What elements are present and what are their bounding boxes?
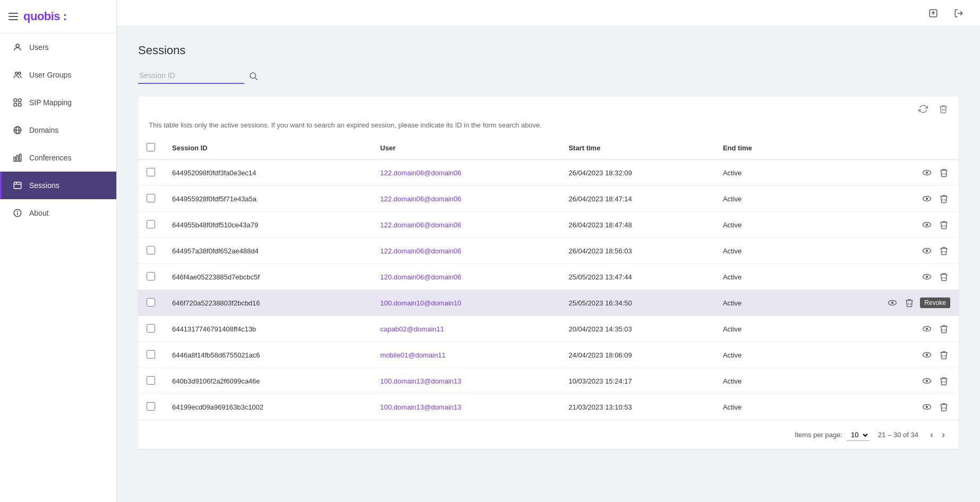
upload-button[interactable] [925, 5, 942, 22]
sidebar-item-domains[interactable]: Domains [0, 116, 116, 144]
cell-user-link[interactable]: 122.domain06@domain06 [380, 247, 462, 255]
row-actions [812, 218, 950, 231]
svg-point-2 [19, 72, 21, 75]
content-area: Sessions [117, 27, 980, 502]
row-checkbox-7[interactable] [147, 350, 155, 359]
globe-icon [12, 125, 23, 135]
svg-point-45 [891, 302, 894, 304]
items-per-page-control: Items per page: 10 5 25 50 [795, 429, 870, 441]
revoke-session-button[interactable] [938, 166, 950, 179]
row-checkbox-2[interactable] [147, 220, 155, 228]
cell-user-link[interactable]: 122.domain06@domain06 [380, 195, 462, 203]
view-session-button[interactable] [886, 296, 899, 309]
row-actions: Revoke [812, 296, 950, 309]
row-checkbox-0[interactable] [147, 168, 155, 176]
table-row: 646f720a52238803f2bcbd16100.domain10@dom… [138, 290, 959, 316]
cell-user-link[interactable]: 100.domain13@domain13 [380, 403, 462, 411]
sidebar-item-sessions[interactable]: Sessions [0, 172, 116, 199]
prev-page-button[interactable]: ‹ [927, 428, 936, 441]
sidebar-item-user-groups[interactable]: User Groups [0, 61, 116, 89]
revoke-session-button[interactable] [938, 244, 950, 257]
sidebar-item-conferences[interactable]: Conferences [0, 144, 116, 172]
view-session-button[interactable] [921, 348, 933, 361]
table-actions [138, 97, 959, 116]
cell-start-time: 26/04/2023 18:32:09 [560, 160, 714, 186]
sidebar-item-sip-mapping[interactable]: SIP Mapping [0, 89, 116, 116]
revoke-session-button[interactable] [938, 270, 950, 283]
header-checkbox [138, 137, 164, 160]
cell-status: Active [714, 160, 803, 186]
view-session-button[interactable] [921, 218, 933, 231]
view-session-button[interactable] [921, 322, 933, 335]
revoke-session-button[interactable] [938, 322, 950, 335]
cell-user-link[interactable]: mobile01@domain11 [380, 351, 446, 359]
grid-icon [12, 97, 23, 108]
cell-user-link[interactable]: 100.domain10@domain10 [380, 299, 462, 307]
session-id-search[interactable] [138, 68, 244, 84]
delete-selected-button[interactable] [936, 102, 950, 116]
revoke-session-button[interactable] [938, 348, 950, 361]
next-page-button[interactable]: › [939, 428, 948, 441]
logout-button[interactable] [950, 5, 967, 22]
sidebar-label-about: About [29, 209, 49, 217]
cell-user-link[interactable]: 122.domain06@domain06 [380, 169, 462, 177]
cell-user-link[interactable]: 120.domain06@domain06 [380, 273, 462, 281]
select-all-checkbox[interactable] [147, 143, 155, 151]
row-checkbox-9[interactable] [147, 402, 155, 411]
table-row: 644955b48f0fdf510ce43a79122.domain06@dom… [138, 212, 959, 238]
sidebar-label-domains: Domains [29, 126, 58, 134]
cell-session-id: 64199ecd09a969163b3c1002 [164, 394, 372, 420]
page-range: 21 – 30 of 34 [878, 431, 918, 439]
sidebar-label-user-groups: User Groups [29, 71, 71, 79]
cell-start-time: 26/04/2023 18:47:48 [560, 212, 714, 238]
row-checkbox-4[interactable] [147, 272, 155, 280]
revoke-session-button[interactable] [938, 192, 950, 205]
table-row: 644952098f0fdf3fa0e3ec14122.domain06@dom… [138, 160, 959, 186]
row-checkbox-3[interactable] [147, 246, 155, 254]
sidebar-item-about[interactable]: About [0, 199, 116, 227]
hamburger-menu[interactable] [8, 13, 18, 20]
row-actions [812, 244, 950, 257]
sidebar-item-users[interactable]: Users [0, 33, 116, 61]
sidebar: quobis : Users User Groups SIP Mapping D… [0, 0, 117, 502]
cell-start-time: 26/04/2023 18:56:03 [560, 238, 714, 264]
sidebar-label-conferences: Conferences [29, 154, 71, 162]
view-session-button[interactable] [921, 270, 933, 283]
row-checkbox-8[interactable] [147, 376, 155, 385]
refresh-button[interactable] [916, 102, 930, 116]
revoke-session-button[interactable] [938, 218, 950, 231]
view-session-button[interactable] [921, 192, 933, 205]
cell-session-id: 644957a38f0fdf652ae488d4 [164, 238, 372, 264]
revoke-session-button[interactable] [903, 296, 916, 309]
row-checkbox-6[interactable] [147, 324, 155, 333]
row-checkbox-5[interactable] [147, 298, 155, 307]
svg-point-0 [16, 44, 19, 47]
row-checkbox-1[interactable] [147, 194, 155, 202]
view-session-button[interactable] [921, 375, 933, 387]
cell-start-time: 21/03/2023 13:10:53 [560, 394, 714, 420]
svg-point-61 [926, 406, 928, 409]
row-actions [812, 322, 950, 335]
cell-user-link[interactable]: 122.domain06@domain06 [380, 221, 462, 229]
cell-session-id: 640b3d9106f2a2f6099ca46e [164, 368, 372, 394]
view-session-button[interactable] [921, 401, 933, 413]
cell-start-time: 20/04/2023 14:35:03 [560, 316, 714, 342]
cell-user-link[interactable]: 100.domain13@domain13 [380, 377, 462, 385]
revoke-session-button[interactable] [938, 401, 950, 413]
svg-point-57 [926, 380, 928, 382]
row-actions [812, 166, 950, 179]
svg-point-49 [926, 328, 928, 330]
cell-status: Active [714, 212, 803, 238]
cell-status: Active [714, 342, 803, 368]
sessions-table-container: This table lists only the active session… [138, 97, 959, 449]
revoke-session-button[interactable] [938, 375, 950, 387]
cell-user-link[interactable]: capab02@domain11 [380, 325, 444, 333]
view-session-button[interactable] [921, 166, 933, 179]
cell-start-time: 26/04/2023 18:47:14 [560, 186, 714, 212]
per-page-select[interactable]: 10 5 25 50 [847, 429, 870, 441]
svg-rect-3 [14, 99, 16, 101]
app-logo: quobis : [23, 10, 67, 23]
search-button[interactable] [244, 68, 262, 84]
view-session-button[interactable] [921, 244, 933, 257]
cell-session-id: 646f4ae05223885d7ebcbc5f [164, 264, 372, 290]
